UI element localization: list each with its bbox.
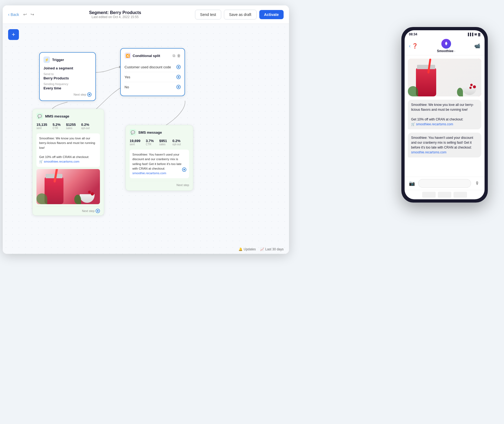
sms-sent-label: sent — [130, 143, 140, 146]
mms-message-line2: Get 10% off with CRAN at checkout: — [39, 155, 89, 159]
split-header-left: 🔀 Conditional split — [125, 52, 160, 59]
mms-node[interactable]: 💬 MMS message 15,135 sent 5.2% CTR $1255… — [32, 109, 104, 216]
trigger-next-step-label: Next step — [74, 93, 86, 96]
mms-next-step-label: Next step — [82, 209, 95, 213]
phone-image-bubble — [408, 59, 481, 96]
sms-sent-value: 19,699 — [130, 139, 140, 143]
smoothie-green-leaf — [74, 195, 81, 204]
trigger-footer: Next step — [43, 92, 92, 97]
phone-msg1-line2: Get 10% off with CRAN at checkout: — [411, 117, 463, 121]
jar-lid — [417, 65, 435, 69]
add-node-button[interactable]: + — [8, 29, 19, 40]
sms-stat-optout: 0.2% opt-out — [172, 139, 181, 146]
mms-message-link[interactable]: smoothiee.recartsms.com — [44, 160, 79, 163]
sms-title: SMS message — [138, 130, 162, 134]
delete-icon[interactable]: 🗑 — [177, 53, 181, 58]
header: ‹ Back ↩ ↪ Segment: Berry Products Last … — [3, 5, 289, 24]
trigger-node-header: ⚡ Trigger — [43, 56, 92, 63]
svg-point-0 — [446, 43, 447, 44]
copy-icon[interactable]: ⧉ — [173, 53, 175, 58]
conditional-split-node[interactable]: 🔀 Conditional split ⧉ 🗑 Customer used di… — [120, 48, 185, 96]
header-center: Segment: Berry Products Last edited on O… — [89, 10, 141, 19]
phone-msg2-link[interactable]: smoothie.recartsms.com — [411, 150, 446, 154]
phone-mic-button[interactable]: 🎙 — [473, 179, 481, 187]
send-test-button[interactable]: Send test — [195, 10, 221, 19]
smoothie-berries — [91, 192, 94, 196]
sms-message-dot[interactable] — [182, 167, 186, 172]
phone-mockup: 08:34 ▐▐▐ 𝌡 ▓ ‹ ❓ Smoothiee › — [401, 27, 488, 203]
leaf-left — [408, 86, 418, 96]
mms-optout-label: opt-out — [81, 127, 90, 130]
smoothie-jar-phone — [416, 68, 436, 96]
phone-video-icon[interactable]: 📹 — [474, 43, 480, 49]
phone-header: ‹ ❓ Smoothiee › 📹 — [405, 37, 485, 55]
split-funnel-icon: 🔀 — [126, 54, 130, 58]
signal-icon: ▐▐▐ — [467, 33, 473, 36]
phone-suggestion-1[interactable] — [422, 192, 436, 198]
split-no-radio[interactable] — [176, 85, 181, 89]
mms-message-text: Smoothiee: We know you love all our berr… — [39, 137, 95, 149]
mms-stats-row: 15,135 sent 5.2% CTR $1255 sales 0.2% op… — [36, 123, 100, 130]
sms-optout-value: 0.2% — [172, 139, 181, 143]
berry3 — [469, 87, 472, 89]
phone-suggestion-2[interactable] — [438, 192, 451, 198]
phone-time: 08:34 — [409, 32, 417, 36]
split-condition-label: Customer used discount code — [125, 65, 171, 69]
phone-back-icon[interactable]: ‹ ❓ — [409, 43, 418, 49]
phone-contact: Smoothiee › — [437, 39, 455, 53]
back-button[interactable]: ‹ Back — [8, 12, 19, 17]
trigger-send-to-value: Berry Products — [43, 76, 92, 80]
split-no-option: No — [125, 82, 181, 92]
sms-footer: Next step — [130, 181, 189, 187]
save-draft-button[interactable]: Save as draft — [224, 10, 257, 19]
cart-icon: 🛒 — [39, 160, 43, 163]
mms-stat-sales: $1255 sales — [66, 123, 76, 130]
mms-sales-label: sales — [66, 127, 76, 130]
phone-camera-button[interactable]: 📷 — [408, 179, 416, 187]
sms-ctr-value: 3.7% — [146, 139, 154, 143]
trigger-next-dot[interactable] — [87, 92, 92, 97]
trigger-next-dot-inner — [89, 94, 90, 95]
sms-icon: 💬 — [130, 129, 136, 136]
trigger-joined-value: Joined a segment — [43, 66, 92, 70]
sms-node[interactable]: 💬 SMS message 19,699 sent 3.7% CTR $951 … — [126, 125, 193, 191]
split-title: Conditional split — [133, 54, 160, 58]
undo-button[interactable]: ↩ — [22, 11, 28, 18]
phone-suggestion-3[interactable] — [453, 192, 467, 198]
phone-status-bar: 08:34 ▐▐▐ 𝌡 ▓ — [405, 30, 485, 37]
mms-ctr-label: CTR — [53, 127, 61, 130]
updates-button[interactable]: 🔔 Updates — [238, 247, 256, 251]
activate-button[interactable]: Activate — [259, 10, 284, 19]
phone-msg1-link[interactable]: smoothiee.recartsms.com — [416, 122, 453, 126]
split-condition-radio[interactable] — [176, 65, 181, 69]
mms-node-header: 💬 MMS message — [36, 113, 100, 119]
phone-message-1: Smoothiee: We know you love all our berr… — [408, 100, 481, 129]
trigger-freq-label: Sending frequency — [43, 82, 92, 86]
sms-stat-sales: $951 sales — [159, 139, 167, 146]
redo-button[interactable]: ↪ — [29, 11, 35, 18]
sms-ctr-label: CTR — [146, 143, 154, 146]
split-node-header: 🔀 Conditional split ⧉ 🗑 — [125, 52, 181, 59]
split-yes-option: Yes — [125, 72, 181, 82]
sms-stat-sent: 19,699 sent — [130, 139, 140, 146]
phone-messages: Smoothiee: We know you love all our berr… — [405, 55, 485, 177]
mms-stat-optout: 0.2% opt-out — [81, 123, 90, 130]
split-yes-label: Yes — [125, 75, 130, 79]
phone-text-input[interactable] — [418, 179, 471, 188]
period-selector[interactable]: 📈 Last 30 days — [260, 247, 284, 251]
phone-status-icons: ▐▐▐ 𝌡 ▓ — [467, 33, 480, 36]
page-title: Segment: Berry Products — [89, 10, 141, 15]
updates-label: Updates — [244, 247, 256, 251]
sms-message-dot-inner — [183, 169, 185, 170]
mms-next-dot[interactable] — [96, 209, 100, 213]
split-yes-radio[interactable] — [176, 75, 181, 79]
contact-name-text: Smoothiee — [437, 49, 453, 53]
phone-msg2-text: Smoothiee: You haven't used your discoun… — [411, 136, 473, 149]
phone-inner: 08:34 ▐▐▐ 𝌡 ▓ ‹ ❓ Smoothiee › — [405, 30, 485, 199]
split-yes-radio-inner — [178, 76, 179, 78]
mms-sent-value: 15,135 — [36, 123, 47, 127]
mms-chat-icon: 💬 — [38, 114, 42, 118]
split-condition-radio-inner — [178, 66, 179, 68]
trigger-node[interactable]: ⚡ Trigger Joined a segment Send to Berry… — [39, 52, 96, 101]
sms-message-link[interactable]: smoothie.recartsms.com — [132, 171, 166, 175]
